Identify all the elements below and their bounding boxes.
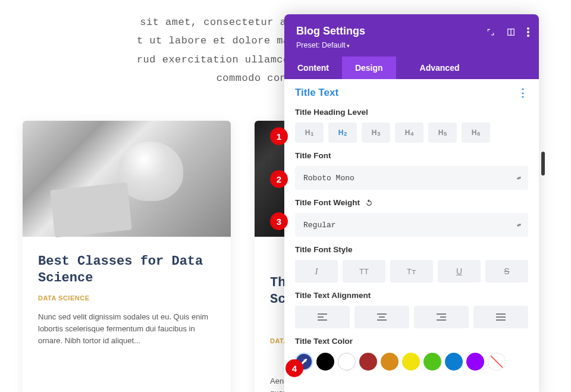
label-text-color: Title Text Color bbox=[295, 337, 528, 346]
swatch-white[interactable] bbox=[338, 353, 356, 371]
swatch-purple[interactable] bbox=[466, 353, 484, 371]
more-icon[interactable] bbox=[527, 27, 529, 39]
preset-selector[interactable]: Preset: Default bbox=[296, 41, 527, 49]
swatch-darkred[interactable] bbox=[359, 353, 377, 371]
svg-point-4 bbox=[527, 35, 529, 37]
card-category[interactable]: DATA SCIENCE bbox=[38, 294, 215, 302]
label-font-weight: Title Font Weight bbox=[295, 198, 528, 207]
panel-tabs: Content Design Advanced bbox=[284, 57, 539, 79]
tab-advanced[interactable]: Advanced bbox=[407, 57, 473, 79]
reset-icon[interactable] bbox=[365, 199, 373, 207]
chevron-updown-icon: ▴▾ bbox=[516, 221, 520, 228]
select-value: Regular bbox=[303, 221, 336, 230]
align-justify[interactable] bbox=[473, 306, 528, 328]
section-more-icon[interactable]: ⋮ bbox=[517, 86, 528, 99]
swatch-blue[interactable] bbox=[445, 353, 463, 371]
select-value: Roboto Mono bbox=[303, 174, 354, 183]
swatch-orange[interactable] bbox=[381, 353, 399, 371]
section-title-text[interactable]: Title Text bbox=[295, 87, 338, 99]
blog-cards-row: Best Classes for Data Science DATA SCIEN… bbox=[23, 121, 302, 392]
panel-header: Blog Settings Preset: Default bbox=[284, 14, 539, 57]
swatch-none[interactable] bbox=[488, 353, 506, 371]
style-uppercase[interactable]: TT bbox=[343, 260, 385, 283]
step-marker-2: 2 bbox=[270, 170, 288, 188]
step-marker-3: 3 bbox=[270, 212, 288, 230]
card-image bbox=[23, 121, 231, 237]
style-smallcaps[interactable]: Tᴛ bbox=[390, 260, 433, 283]
step-marker-4: 4 bbox=[286, 359, 303, 377]
style-underline[interactable]: U bbox=[438, 260, 481, 283]
heading-h6[interactable]: H6 bbox=[462, 123, 490, 143]
heading-h4[interactable]: H4 bbox=[395, 123, 423, 143]
heading-level-group: H1 H2 H3 H4 H5 H6 bbox=[295, 123, 528, 143]
align-left[interactable] bbox=[295, 306, 350, 328]
swatch-yellow[interactable] bbox=[402, 353, 420, 371]
color-swatches bbox=[295, 353, 528, 371]
svg-point-3 bbox=[527, 31, 529, 33]
label-heading-level: Title Heading Level bbox=[295, 108, 528, 117]
heading-h3[interactable]: H3 bbox=[362, 123, 390, 143]
label-font-style: Title Font Style bbox=[295, 245, 528, 254]
heading-h2[interactable]: H2 bbox=[328, 123, 357, 143]
chevron-updown-icon: ▴▾ bbox=[516, 174, 520, 181]
card-excerpt: Nunc sed velit dignissim sodales ut eu. … bbox=[38, 311, 215, 347]
card-title[interactable]: Best Classes for Data Science bbox=[38, 253, 215, 286]
tab-design[interactable]: Design bbox=[342, 57, 396, 79]
heading-h1[interactable]: H1 bbox=[295, 123, 324, 143]
tab-content[interactable]: Content bbox=[284, 57, 342, 79]
swatch-black[interactable] bbox=[316, 353, 334, 371]
align-center[interactable] bbox=[354, 306, 409, 328]
step-marker-1: 1 bbox=[270, 127, 288, 145]
align-right[interactable] bbox=[414, 306, 469, 328]
heading-h5[interactable]: H5 bbox=[428, 123, 457, 143]
title-weight-select[interactable]: Regular ▴▾ bbox=[295, 213, 528, 237]
expand-icon[interactable] bbox=[487, 28, 495, 39]
svg-point-2 bbox=[527, 27, 529, 30]
blog-settings-panel: Blog Settings Preset: Default Content De… bbox=[284, 14, 539, 392]
scrollbar-thumb[interactable] bbox=[541, 152, 545, 175]
columns-icon[interactable] bbox=[507, 28, 515, 39]
style-italic[interactable]: I bbox=[295, 260, 338, 283]
title-font-select[interactable]: Roboto Mono ▴▾ bbox=[295, 166, 528, 190]
label-title-font: Title Font bbox=[295, 151, 528, 160]
style-strikethrough[interactable]: S bbox=[485, 260, 528, 283]
blog-card[interactable]: Best Classes for Data Science DATA SCIEN… bbox=[23, 121, 231, 392]
label-alignment: Title Text Alignment bbox=[295, 291, 528, 300]
swatch-green[interactable] bbox=[423, 353, 441, 371]
